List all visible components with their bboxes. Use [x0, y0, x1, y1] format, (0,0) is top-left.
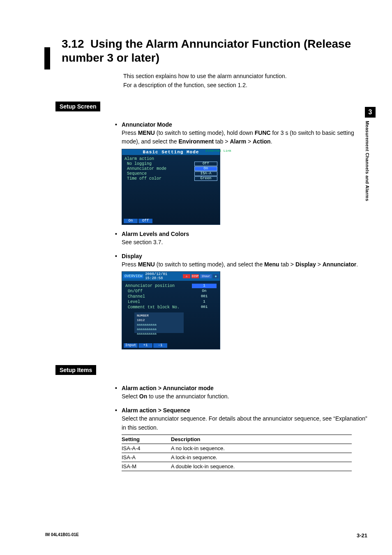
- table-header-row: Setting Description: [122, 435, 352, 444]
- device-title: Basic Setting Mode: [122, 149, 220, 155]
- section-bar: [44, 47, 50, 69]
- device-body: Annunciator position1 On/OffOn Channel00…: [122, 281, 220, 335]
- overview-badge: OVERVIEW: [123, 274, 143, 278]
- document-id: IM 04L41B01-01E: [45, 532, 79, 539]
- device-softkeys: On Off: [124, 219, 152, 223]
- section-title: Using the Alarm Annunciator Function (Re…: [62, 37, 351, 64]
- ethernet-link-indicator: Ethernet Link: [206, 149, 231, 153]
- bullet-heading: •Alarm Levels and Colors: [115, 231, 367, 237]
- device-screenshot-annunciator: OVERVIEW 2008/12/01 15:28:58 ⚠ DISP 1hou…: [122, 271, 220, 349]
- page: 3.12Using the Alarm Annunciator Function…: [0, 0, 392, 555]
- dev2-row-value: 001: [192, 294, 217, 299]
- softkey-minus1: -1: [153, 343, 167, 348]
- dev1-row-label: Time off color: [125, 176, 161, 181]
- table-cell-description: A no lock-in sequence.: [171, 444, 352, 453]
- alarm-icon: ⚠: [183, 274, 190, 278]
- dev2-row-label: Channel: [125, 294, 145, 299]
- page-number: 3-21: [357, 532, 367, 539]
- subsection-display: •Display Press MENU (to switch to settin…: [115, 253, 367, 350]
- dev2-row-value: 1: [192, 300, 217, 304]
- table-cell-description: A double lock-in sequence.: [171, 462, 352, 471]
- annunciator-mode-text: Press MENU (to switch to setting mode), …: [122, 129, 367, 146]
- item2-text: Select the annunciator sequence. For det…: [122, 414, 367, 432]
- softkey-input: Input: [124, 343, 138, 348]
- subsection-item-annunciator-mode: •Alarm action > Annunciator mode Select …: [115, 385, 367, 401]
- softkey-on: On: [124, 219, 138, 223]
- dev2-row-value: On: [192, 289, 217, 294]
- table-row: ISA-M A double lock-in sequence.: [122, 462, 352, 471]
- item1-text: Select On to use the annunciator functio…: [122, 392, 367, 401]
- camera-icon: ◉: [213, 274, 219, 278]
- page-footer: IM 04L41B01-01E 3-21: [45, 532, 367, 539]
- subsection-item-sequence: •Alarm action > Sequence Select the annu…: [115, 407, 367, 471]
- chapter-number-box: 3: [365, 107, 376, 118]
- table-cell-description: A lock-in sequence.: [171, 453, 352, 462]
- chapter-title-vertical: Measurement Channels and Alarms: [365, 121, 370, 201]
- disp-icon: DISP: [191, 274, 199, 278]
- subsection-annunciator-mode: •Annunciator Mode Press MENU (to switch …: [115, 121, 367, 225]
- softkey-off: Off: [138, 219, 152, 223]
- hour-icon: 1hour: [200, 274, 212, 278]
- device-softkeys: Input +1 -1: [124, 343, 167, 348]
- setup-items-label: Setup Items: [55, 365, 96, 375]
- table-header-description: Description: [171, 435, 352, 444]
- dev1-row-value: Green: [194, 176, 217, 181]
- table-row: ISA-A-4 A no lock-in sequence.: [122, 444, 352, 453]
- device-preview-box: NUMBER 1012 aaaaaaaaaa aaaaaaaaaa aaaaaa…: [134, 312, 184, 333]
- table-cell-setting: ISA-M: [122, 462, 171, 471]
- section-number: 3.12: [62, 37, 90, 51]
- bullet-heading: •Annunciator Mode: [115, 121, 367, 128]
- table-row: ISA-A A lock-in sequence.: [122, 453, 352, 462]
- bullet-heading: •Alarm action > Annunciator mode: [115, 385, 367, 391]
- sequence-table: Setting Description ISA-A-4 A no lock-in…: [122, 435, 352, 471]
- dev2-row-label: Comment txt block No.: [125, 305, 180, 310]
- intro-block: This section explains how to use the ala…: [123, 72, 367, 90]
- dev1-row-value: ISA-A: [194, 171, 217, 176]
- dev2-row-label: Level: [125, 300, 140, 304]
- dev1-row-label: Annunciator mode: [125, 166, 166, 171]
- dev2-row-value: 001: [192, 305, 217, 310]
- device-date: 2008/12/01 15:28:58: [145, 272, 181, 280]
- display-text: Press MENU (to switch to setting mode), …: [122, 260, 367, 269]
- dev1-row-value: On: [194, 166, 217, 171]
- softkey-plus1: +1: [138, 343, 152, 348]
- dev1-row-label: Sequence: [125, 171, 147, 176]
- table-header-setting: Setting: [122, 435, 171, 444]
- intro-line-1: This section explains how to use the ala…: [123, 72, 367, 81]
- section-heading: 3.12Using the Alarm Annunciator Function…: [62, 37, 367, 65]
- subsection-alarm-levels: •Alarm Levels and Colors See section 3.7…: [115, 231, 367, 247]
- bullet-heading: •Alarm action > Sequence: [115, 407, 367, 414]
- device-screenshot-basic-setting: Ethernet Link Basic Setting Mode Alarm a…: [122, 149, 220, 225]
- dev1-row-label: No logging: [125, 162, 152, 166]
- side-tab: 3 Measurement Channels and Alarms: [365, 107, 376, 201]
- table-cell-setting: ISA-A: [122, 453, 171, 462]
- bullet-heading: •Display: [115, 253, 367, 259]
- alarm-levels-text: See section 3.7.: [122, 238, 367, 247]
- device-body: Alarm action No loggingOff Annunciator m…: [122, 155, 220, 183]
- device-top-bar: OVERVIEW 2008/12/01 15:28:58 ⚠ DISP 1hou…: [122, 272, 220, 281]
- dev2-row-label: On/Off: [125, 289, 143, 294]
- dev1-row-value: Off: [194, 162, 217, 166]
- dev2-row-value: 1: [192, 284, 217, 288]
- table-cell-setting: ISA-A-4: [122, 444, 171, 453]
- intro-line-2: For a description of the function, see s…: [123, 81, 367, 90]
- dev1-row-label: Alarm action: [125, 157, 154, 161]
- setup-screen-label: Setup Screen: [55, 102, 100, 111]
- dev2-row-label: Annunciator position: [125, 284, 175, 288]
